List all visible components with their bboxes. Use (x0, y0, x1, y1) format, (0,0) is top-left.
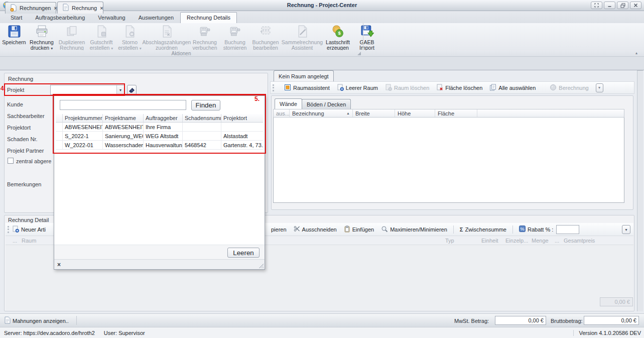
toolbar-drag-handle[interactable] (8, 226, 9, 233)
doc-tab-rechnung[interactable]: Rechnung × (57, 2, 103, 14)
delete-room-icon (385, 84, 392, 92)
subtab-boeden-decken[interactable]: Böden / Decken (302, 99, 351, 109)
abschlagszahlungen-zuordnen-button: Abschlagszahlungen zuordnen (144, 24, 190, 50)
tab-rechnung-details[interactable]: Rechnung Details (180, 12, 237, 23)
restore-button[interactable] (617, 2, 628, 9)
cell: ABWESENHEIT (63, 123, 103, 131)
lastschrift-erzeugen-button[interactable]: $ Lastschrift erzeugen (323, 24, 352, 50)
leerer-raum-button[interactable]: Leerer Raum (337, 84, 378, 92)
projekt-combobox[interactable]: ▾ (50, 85, 124, 95)
toolbar-drag-handle[interactable] (273, 84, 274, 91)
column-header-einheit: Einheit (481, 238, 498, 244)
toolbar-overflow-button[interactable]: ▾ (622, 225, 630, 234)
minimize-button[interactable] (604, 2, 615, 9)
group-label-aktionen: Aktionen (0, 50, 362, 57)
cell (183, 132, 221, 140)
flaeche-loeschen-button[interactable]: Fläche löschen (436, 84, 482, 92)
totals-bar: Mahnungen anzeigen.. MwSt. Betrag: Brutt… (0, 313, 644, 327)
toolbar-label: Neuer Arti (21, 227, 46, 233)
room-tab-kein-raum[interactable]: Kein Raum angelegt (274, 70, 334, 81)
column-header[interactable]: Projektnummer (63, 114, 103, 122)
project-row-abwesenheit[interactable]: ABWESENHEIT ABWESENHEIT Ihre Firma (56, 123, 263, 132)
room-tab-label: Kein Raum angelegt (279, 73, 329, 79)
status-bar: Server: https://dev.acadoro.de/hroth2 Us… (0, 327, 644, 338)
close-popup-icon[interactable]: × (57, 261, 61, 268)
column-header-flaeche[interactable]: Fläche (435, 109, 477, 117)
close-tab-icon[interactable]: × (54, 5, 57, 11)
tab-auftragsbearbeitung[interactable]: Auftragsbearbeitung (29, 12, 91, 23)
button-label: Rechnung drucken (30, 39, 54, 51)
project-row-s2022-1[interactable]: S_2022-1 Sanierung_WEG... WEG Altstadt A… (56, 132, 263, 141)
duplicate-document-icon (65, 25, 79, 39)
column-header-breite[interactable]: Breite (353, 109, 395, 117)
rabatt-input[interactable] (556, 225, 579, 234)
projekt-input[interactable] (50, 85, 124, 95)
column-header[interactable]: Projektname (103, 114, 144, 122)
subtab-label: Wände (280, 101, 297, 107)
close-button[interactable] (630, 2, 641, 9)
column-header-hoehe[interactable]: Höhe (395, 109, 435, 117)
zentral-checkbox[interactable] (8, 158, 14, 164)
new-article-icon (12, 226, 19, 234)
neuer-artikel-button[interactable]: Neuer Arti (12, 226, 46, 234)
cancel-document-icon (123, 25, 137, 39)
toolbar-label: Alle auswählen (498, 85, 536, 91)
toolbar-label: Ausschneiden (302, 227, 337, 233)
tab-verwaltung[interactable]: Verwaltung (91, 12, 132, 23)
row-selector-header[interactable] (56, 114, 63, 122)
raumassistent-button[interactable]: Raumassistent (284, 84, 330, 92)
rabatt-label-item: % Rabatt % : (519, 226, 553, 233)
empty-room-add-icon (337, 84, 344, 92)
delete-area-icon (436, 84, 443, 92)
column-header[interactable]: Auftraggeber (144, 114, 183, 122)
sachbearbeiter-label: Sachbearbeiter (7, 113, 45, 119)
print-icon (35, 25, 49, 39)
project-search-input[interactable] (60, 100, 186, 110)
column-header[interactable]: Schadensnummer (183, 114, 221, 122)
kopieren-button-partial[interactable]: pieren (271, 227, 287, 233)
column-header-aus[interactable]: aus... (274, 109, 290, 117)
cell (183, 123, 221, 131)
toolbar-label: Zwischensumme (465, 227, 506, 233)
right-collapsed-panel-strip[interactable] (637, 70, 643, 311)
einfuegen-button[interactable]: Einfügen (344, 226, 374, 234)
cell (221, 123, 263, 131)
project-row-w2022-01[interactable]: W_2022-01 Wasserschaden... Hausverwaltun… (56, 141, 263, 150)
combo-dropdown-icon[interactable]: ▾ (116, 85, 124, 94)
clear-projekt-button[interactable] (127, 85, 137, 95)
group-dialog-launcher[interactable] (357, 52, 361, 55)
subtab-waende[interactable]: Wände (275, 98, 302, 109)
doc-tab-label: Rechnung (72, 5, 97, 11)
row-selector (56, 123, 63, 131)
group-title: Rechnung (5, 73, 268, 82)
close-tab-icon[interactable]: × (100, 5, 103, 11)
tab-start[interactable]: Start (4, 12, 29, 23)
cell: Hausverwaltun... (144, 141, 183, 149)
doc-tab-rechnungen[interactable]: ! Rechnungen × (5, 2, 56, 14)
speichern-button[interactable]: Speichern (2, 24, 27, 50)
column-header[interactable]: Projektort (221, 114, 263, 122)
berechnung-dropdown-button[interactable]: ▾ (596, 83, 603, 92)
brutto-input[interactable] (584, 316, 639, 325)
gaeb-import-button[interactable]: GAEB Import (352, 24, 381, 50)
ribbon-collapse-button[interactable]: ▴ (633, 51, 639, 56)
bemerkungen-label: Bemerkungen (7, 181, 42, 187)
select-all-icon (489, 84, 496, 92)
rechnung-drucken-button[interactable]: Rechnung drucken ▾ (27, 24, 57, 50)
fullscreen-button[interactable] (591, 2, 602, 9)
cell: Gartenstr. 4, 73... (221, 141, 263, 149)
mwst-input[interactable] (495, 316, 546, 325)
leeren-button[interactable]: Leeren (227, 248, 260, 258)
finden-button[interactable]: Finden (191, 100, 220, 110)
tab-auswertungen[interactable]: Auswertungen (132, 12, 180, 23)
room-grid-body[interactable] (273, 118, 624, 203)
zwischensumme-button[interactable]: Σ Zwischensumme (460, 227, 506, 233)
resize-grip[interactable] (259, 263, 264, 268)
invoices-list-icon: ! (10, 4, 17, 13)
column-header-bezeichnung[interactable]: Bezeichnung ▲ (290, 109, 353, 117)
alle-auswaehlen-button[interactable]: Alle auswählen (489, 84, 536, 92)
maximieren-minimieren-button[interactable]: Maximieren/Minimieren (381, 226, 447, 234)
mahnungen-anzeigen-button[interactable]: Mahnungen anzeigen.. (4, 316, 69, 325)
assign-payments-document-icon (160, 25, 174, 39)
ausschneiden-button[interactable]: Ausschneiden (294, 226, 337, 233)
